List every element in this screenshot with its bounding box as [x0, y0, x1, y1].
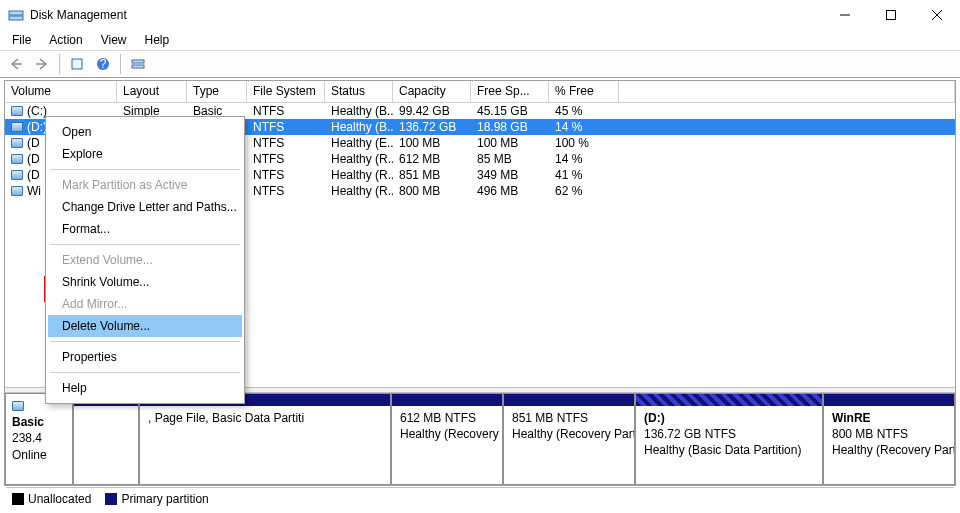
volume-icon [11, 170, 23, 180]
ctx-add-mirror: Add Mirror... [48, 293, 242, 315]
ctx-help[interactable]: Help [48, 377, 242, 399]
ctx-properties[interactable]: Properties [48, 346, 242, 368]
partition-name: WinRE [832, 410, 946, 426]
partition[interactable]: 612 MB NTFSHealthy (Recovery Par [391, 393, 503, 485]
col-status[interactable]: Status [325, 81, 393, 102]
ctx-shrink[interactable]: Shrink Volume... [48, 271, 242, 293]
back-button[interactable] [4, 53, 28, 75]
volume-icon [11, 106, 23, 116]
window-title: Disk Management [30, 8, 822, 22]
col-freespace[interactable]: Free Sp... [471, 81, 549, 102]
refresh-button[interactable] [65, 53, 89, 75]
menubar: File Action View Help [0, 30, 960, 50]
partition-status: , Page File, Basic Data Partiti [148, 410, 382, 426]
context-menu: Open Explore Mark Partition as Active Ch… [45, 116, 245, 404]
help-button[interactable]: ? [91, 53, 115, 75]
ctx-explore[interactable]: Explore [48, 143, 242, 165]
maximize-button[interactable] [868, 0, 914, 30]
partition-size: 136.72 GB NTFS [644, 426, 814, 442]
disk-icon [12, 401, 24, 411]
col-capacity[interactable]: Capacity [393, 81, 471, 102]
svg-rect-8 [72, 59, 82, 69]
svg-rect-12 [132, 65, 144, 68]
menu-action[interactable]: Action [41, 31, 90, 49]
swatch-primary [105, 493, 117, 505]
menu-view[interactable]: View [93, 31, 135, 49]
partition[interactable]: 851 MB NTFSHealthy (Recovery Parti [503, 393, 635, 485]
disk-label[interactable]: Basic 238.4 Online [5, 393, 73, 485]
disk-pane: Basic 238.4 Online , Page File, Basic Da… [5, 393, 955, 485]
col-type[interactable]: Type [187, 81, 247, 102]
col-layout[interactable]: Layout [117, 81, 187, 102]
partition-status: Healthy (Recovery Par [400, 426, 494, 442]
svg-rect-0 [9, 11, 23, 15]
menu-file[interactable]: File [4, 31, 39, 49]
partition-status: Healthy (Recovery Parti [832, 442, 946, 458]
toolbar: ? [0, 50, 960, 78]
partition-size: 612 MB NTFS [400, 410, 494, 426]
legend-unallocated: Unallocated [28, 492, 91, 506]
swatch-unallocated [12, 493, 24, 505]
disk-size: 238.4 [12, 431, 42, 445]
partition-bar: , Page File, Basic Data Partiti612 MB NT… [73, 393, 955, 485]
disk-type: Basic [12, 415, 44, 429]
disk-status: Online [12, 448, 47, 462]
app-icon [8, 7, 24, 23]
volume-icon [11, 186, 23, 196]
partition[interactable]: , Page File, Basic Data Partiti [139, 393, 391, 485]
partition-status: Healthy (Basic Data Partition) [644, 442, 814, 458]
volume-list-header: Volume Layout Type File System Status Ca… [5, 81, 955, 103]
svg-rect-11 [132, 60, 144, 63]
close-button[interactable] [914, 0, 960, 30]
partition-size: 851 MB NTFS [512, 410, 626, 426]
partition-size: 800 MB NTFS [832, 426, 946, 442]
partition[interactable]: (D:)136.72 GB NTFSHealthy (Basic Data Pa… [635, 393, 823, 485]
partition-name: (D:) [644, 410, 814, 426]
svg-rect-3 [887, 11, 896, 20]
col-filesystem[interactable]: File System [247, 81, 325, 102]
legend: Unallocated Primary partition [6, 487, 954, 509]
svg-text:?: ? [100, 57, 107, 71]
minimize-button[interactable] [822, 0, 868, 30]
col-pctfree[interactable]: % Free [549, 81, 619, 102]
ctx-mark-active: Mark Partition as Active [48, 174, 242, 196]
ctx-change-letter[interactable]: Change Drive Letter and Paths... [48, 196, 242, 218]
ctx-open[interactable]: Open [48, 121, 242, 143]
action-button[interactable] [126, 53, 150, 75]
col-volume[interactable]: Volume [5, 81, 117, 102]
titlebar: Disk Management [0, 0, 960, 30]
ctx-extend: Extend Volume... [48, 249, 242, 271]
volume-icon [11, 138, 23, 148]
ctx-format[interactable]: Format... [48, 218, 242, 240]
forward-button[interactable] [30, 53, 54, 75]
partition[interactable] [73, 393, 139, 485]
menu-help[interactable]: Help [137, 31, 178, 49]
volume-icon [11, 154, 23, 164]
partition-status: Healthy (Recovery Parti [512, 426, 626, 442]
ctx-delete-volume[interactable]: Delete Volume... [48, 315, 242, 337]
svg-rect-1 [9, 16, 23, 20]
volume-icon [11, 122, 23, 132]
partition[interactable]: WinRE800 MB NTFSHealthy (Recovery Parti [823, 393, 955, 485]
legend-primary: Primary partition [121, 492, 208, 506]
col-filler [619, 81, 955, 102]
